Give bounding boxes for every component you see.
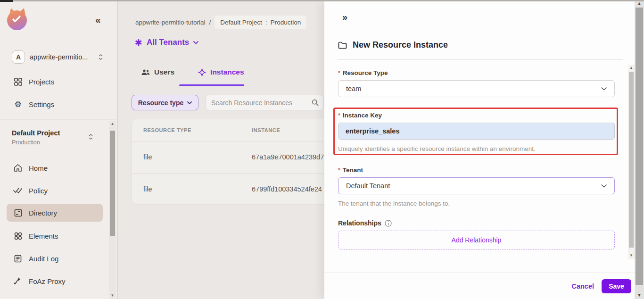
scroll-down-icon[interactable]: ▼ — [635, 292, 644, 299]
table-header: RESOURCE TYPE INSTANCE — [132, 119, 324, 141]
project-switcher-icon — [89, 134, 93, 140]
instance-key-label: * Instance Key — [338, 112, 382, 119]
sidebar-item-label: Directory — [29, 209, 57, 217]
column-header: INSTANCE — [252, 127, 280, 133]
required-asterisk: * — [338, 69, 340, 76]
permit-logo-icon[interactable] — [7, 9, 28, 30]
tab-label: Users — [154, 68, 174, 76]
page-scrollbar[interactable]: ▲ ▼ — [635, 0, 644, 299]
relationships-label: Relationships — [338, 219, 392, 227]
sidebar-item-settings[interactable]: ⚙ Settings — [7, 95, 103, 113]
cancel-button[interactable]: Cancel — [571, 282, 594, 290]
table-row[interactable]: file 6799ffd100334524fe24 — [132, 173, 324, 205]
all-tenants-asterisk-icon: ✱ — [135, 38, 142, 47]
sidebar-item-projects[interactable]: Projects — [7, 73, 103, 91]
window-top-edge-dark — [0, 0, 13, 2]
scrollbar-thumb[interactable] — [629, 72, 634, 248]
new-resource-instance-panel: » New Resource Instance * Resource Type … — [324, 1, 635, 299]
sidebar-item-audit-log[interactable]: Audit Log — [7, 249, 103, 267]
tenant-label: * Tenant — [338, 166, 363, 174]
add-relationship-button[interactable]: Add Relationship — [338, 231, 615, 249]
tab-users[interactable]: Users — [141, 68, 174, 76]
search-input[interactable] — [211, 95, 305, 110]
users-icon — [141, 69, 150, 75]
instances-sparkle-icon — [198, 68, 206, 76]
projects-grid-icon — [13, 77, 23, 86]
instance-key-field — [338, 123, 615, 140]
resource-type-filter-button[interactable]: Resource type — [132, 95, 198, 110]
save-button[interactable]: Save — [602, 279, 631, 293]
org-name: appwrite-permitio... — [30, 53, 99, 61]
tenant-help: The tenant that the instance belongs to. — [338, 200, 450, 207]
project-environment: Production — [12, 139, 101, 146]
search-icon — [312, 99, 319, 106]
chevron-down-icon — [187, 101, 192, 104]
sidebar-item-label: FoAz Proxy — [29, 277, 66, 285]
column-header: RESOURCE TYPE — [143, 127, 191, 133]
panel-header: New Resource Instance — [338, 40, 448, 50]
scroll-up-icon[interactable]: ▲ — [628, 65, 635, 71]
chevron-down-icon — [601, 87, 607, 91]
sidebar-scrollbar[interactable]: ▲ ▼ — [109, 121, 116, 299]
add-relationship-label: Add Relationship — [452, 236, 502, 244]
resource-type-cell: file — [143, 153, 152, 161]
search-box — [205, 95, 324, 110]
resource-type-select[interactable]: team — [338, 80, 615, 97]
sidebar-item-home[interactable]: Home — [7, 159, 103, 177]
scroll-down-icon[interactable]: ▼ — [628, 252, 635, 259]
org-switcher[interactable]: A appwrite-permitio... — [12, 49, 111, 65]
project-name: Default Project — [12, 129, 101, 137]
directory-icon — [13, 208, 23, 217]
scrollbar-thumb[interactable] — [110, 131, 115, 236]
settings-gear-icon: ⚙ — [13, 100, 23, 109]
folder-icon — [338, 42, 347, 49]
relationships-label-text: Relationships — [338, 219, 381, 227]
required-asterisk: * — [338, 166, 340, 174]
scrollbar-thumb[interactable] — [636, 8, 643, 285]
audit-log-icon — [13, 254, 23, 263]
field-label-text: Tenant — [343, 166, 363, 174]
main-content: appwrite-permitio-tutorial / Default Pro… — [118, 1, 324, 299]
breadcrumb-project: Default Project — [220, 19, 262, 26]
panel-scrollbar[interactable]: ▲ ▼ — [628, 65, 635, 259]
tabs: Users Instances — [141, 68, 244, 76]
sidebar-item-policy[interactable]: Policy — [7, 182, 103, 199]
info-icon[interactable] — [385, 220, 392, 227]
breadcrumb: appwrite-permitio-tutorial / Default Pro… — [135, 16, 306, 29]
collapse-sidebar-icon[interactable]: « — [95, 14, 101, 25]
breadcrumb-environment: Production — [271, 19, 301, 26]
field-label-text: Instance Key — [343, 112, 382, 119]
sidebar-item-label: Elements — [29, 232, 58, 240]
elements-icon — [13, 231, 23, 241]
tenant-value: Default Tenant — [346, 182, 390, 190]
breadcrumb-org[interactable]: appwrite-permitio-tutorial — [135, 19, 206, 26]
scroll-down-icon[interactable]: ▼ — [109, 292, 116, 299]
tabs-divider — [118, 86, 324, 86]
tenant-selector[interactable]: ✱ All Tenants — [135, 38, 198, 47]
instance-key-help: Uniquely identifies a specific resource … — [338, 145, 536, 152]
chevron-down-icon — [601, 184, 607, 188]
sidebar-item-elements[interactable]: Elements — [7, 227, 103, 245]
expand-panel-icon[interactable]: » — [342, 12, 347, 23]
required-asterisk: * — [338, 112, 340, 119]
breadcrumb-env-pill[interactable]: Default Project : Production — [215, 16, 306, 29]
table-row[interactable]: file 67a1a9e70001a4239d7 — [132, 141, 324, 173]
tab-instances[interactable]: Instances — [198, 68, 244, 76]
scroll-up-icon[interactable]: ▲ — [109, 121, 116, 127]
sidebar-divider — [0, 119, 117, 119]
filter-label: Resource type — [138, 99, 183, 107]
window-top-edge — [0, 0, 644, 1]
resource-type-cell: file — [143, 185, 152, 193]
sidebar-item-foaz-proxy[interactable]: FoAz Proxy — [7, 272, 103, 290]
instance-key-input[interactable] — [339, 123, 614, 139]
sidebar-item-label: Home — [29, 164, 48, 172]
project-switcher[interactable]: Default Project Production — [12, 129, 101, 146]
home-icon — [13, 163, 23, 173]
org-avatar: A — [12, 50, 25, 64]
instance-cell: 67a1a9e70001a4239d7 — [252, 153, 324, 161]
tenant-select[interactable]: Default Tenant — [338, 177, 615, 194]
sidebar: « A appwrite-permitio... Projects ⚙ Sett… — [0, 0, 118, 299]
panel-title: New Resource Instance — [353, 40, 448, 50]
policy-checks-icon — [13, 186, 23, 195]
sidebar-item-directory[interactable]: Directory — [7, 204, 103, 222]
